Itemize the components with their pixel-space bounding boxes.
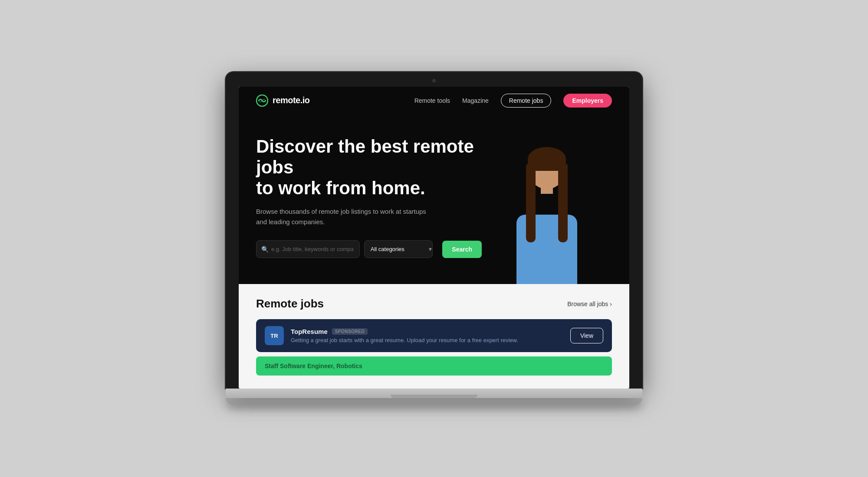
job-card-preview[interactable]: Staff Software Engineer, Robotics (256, 356, 612, 376)
chevron-right-icon: › (610, 301, 612, 307)
logo-area[interactable]: remote.io (256, 95, 310, 107)
person-body (516, 215, 577, 284)
laptop-base (226, 389, 642, 398)
nav-magazine[interactable]: Magazine (462, 97, 489, 104)
search-bar: 🔍 All categories Engineering Design Mark… (256, 240, 482, 258)
search-button[interactable]: Search (442, 241, 482, 258)
laptop-wrapper: remote.io Remote tools Magazine Remote j… (226, 72, 642, 405)
nav-remote-jobs-button[interactable]: Remote jobs (501, 94, 552, 108)
sponsored-card: TR TopResume SPONSORED Getting a great j… (256, 319, 612, 352)
hero-person-illustration (490, 114, 612, 284)
hero-subtitle: Browse thousands of remote job listings … (256, 206, 430, 227)
person-figure (495, 150, 599, 284)
person-hair-right (558, 164, 568, 242)
sponsored-description: Getting a great job starts with a great … (291, 337, 563, 343)
nav-remote-tools[interactable]: Remote tools (414, 97, 450, 104)
hero-title: Discover the best remote jobs to work fr… (256, 136, 482, 199)
sponsored-top: TopResume SPONSORED (291, 328, 563, 335)
search-icon: 🔍 (261, 246, 269, 253)
person-hair-top (528, 147, 566, 171)
category-select[interactable]: All categories Engineering Design Market… (364, 240, 433, 258)
hero-section: Discover the best remote jobs to work fr… (239, 114, 629, 284)
jobs-section-title: Remote jobs (256, 297, 324, 310)
sponsored-content: TopResume SPONSORED Getting a great job … (291, 328, 563, 343)
laptop-camera (432, 79, 436, 82)
logo-icon (256, 95, 268, 107)
browse-all-link[interactable]: Browse all jobs › (567, 301, 612, 307)
site-header: remote.io Remote tools Magazine Remote j… (239, 87, 629, 114)
person-hair-left (526, 164, 536, 242)
job-search-input[interactable] (256, 240, 360, 258)
job-title-preview: Staff Software Engineer, Robotics (265, 363, 362, 369)
laptop-bottom (226, 398, 642, 405)
topresume-logo: TR (265, 326, 284, 345)
sponsored-company-name: TopResume (291, 328, 328, 335)
category-select-wrapper: All categories Engineering Design Market… (364, 240, 438, 258)
laptop-screen: remote.io Remote tools Magazine Remote j… (239, 87, 629, 389)
sponsored-view-button[interactable]: View (570, 328, 603, 343)
search-input-wrapper: 🔍 (256, 240, 360, 258)
logo-text: remote.io (273, 95, 310, 105)
jobs-header: Remote jobs Browse all jobs › (256, 297, 612, 310)
hero-content: Discover the best remote jobs to work fr… (256, 136, 482, 258)
laptop-bezel: remote.io Remote tools Magazine Remote j… (226, 72, 642, 389)
jobs-section: Remote jobs Browse all jobs › TR TopResu… (239, 284, 629, 389)
main-nav: Remote tools Magazine Remote jobs Employ… (414, 94, 612, 108)
person-neck (541, 185, 553, 194)
sponsored-badge: SPONSORED (332, 328, 368, 335)
nav-employers-button[interactable]: Employers (563, 94, 612, 108)
